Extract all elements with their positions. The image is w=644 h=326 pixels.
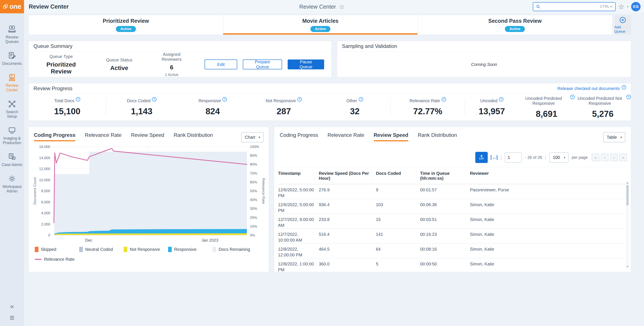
sidebar-item-workspace-admin[interactable]: Workspace Admin (1, 174, 24, 193)
help-icon[interactable]: ? (622, 85, 626, 90)
search-shortcut-hint: CTRL+/ (600, 5, 613, 9)
tab-relevance-rate[interactable]: Relevance Rate (328, 132, 364, 141)
page-number-input[interactable] (505, 152, 522, 163)
queue-tab-strip: Prioritized Review Active Movie Articles… (28, 15, 631, 35)
logo-text: one (10, 3, 21, 11)
help-icon[interactable]: ? (222, 97, 227, 102)
menu-icon[interactable]: ≡ (10, 313, 14, 322)
column-header-reviewer[interactable]: Reviewer (470, 171, 623, 181)
chart-view-select[interactable]: Chart ▾ (241, 132, 264, 142)
pause-queue-button[interactable]: Pause Queue (288, 60, 324, 69)
table-row[interactable]: 12/6/2022, 5:00:00 PM 276.9 9 00:01:57 P… (278, 184, 627, 199)
main-content: Prioritized Review Active Movie Articles… (28, 15, 631, 272)
tab-review-speed[interactable]: Review Speed (374, 132, 408, 141)
sidebar-item-case-admin[interactable]: Case Admin (1, 152, 24, 167)
next-page-button[interactable]: › (610, 154, 618, 161)
tab-coding-progress[interactable]: Coding Progress (34, 132, 75, 141)
field-value: 6 (152, 64, 191, 71)
page-size-select[interactable]: 100 ▾ (549, 152, 569, 163)
column-header-time-in-queue[interactable]: Time in Queue (hh:mm:ss) (420, 171, 466, 181)
table-row[interactable]: 12/8/2022, 1:00:00 PM 360.0 5 00:00:50 S… (278, 258, 627, 272)
sidebar-item-review-center[interactable]: Review Center (1, 73, 24, 92)
avatar[interactable]: KS (631, 2, 640, 11)
tab-relevance-rate[interactable]: Relevance Rate (85, 132, 122, 141)
last-page-button[interactable]: » (619, 154, 627, 161)
help-icon[interactable]: ? (570, 95, 575, 99)
tab-rank-distribution[interactable]: Rank Distribution (174, 132, 213, 141)
svg-text:70%: 70% (250, 171, 257, 175)
chart-panel-tabs: Coding Progress Relevance Rate Review Sp… (32, 127, 265, 142)
add-queue-button[interactable]: Add Queue (614, 15, 631, 35)
table-pagination: ↔ | - 26 of 26 | 100 ▾ per page « ‹ › » (278, 152, 627, 167)
stat-other: Other? 32 (319, 98, 391, 116)
sidebar-item-imaging-production[interactable]: Imaging & Production (1, 126, 24, 145)
chevron-down-icon[interactable]: ▾ (627, 5, 628, 9)
table-view-select[interactable]: Table ▾ (603, 132, 625, 142)
edit-button[interactable]: Edit (204, 60, 237, 69)
column-header-review-speed[interactable]: Review Speed (Docs Per Hour) (319, 171, 372, 181)
field-label: Queue Type (36, 54, 86, 59)
table-row[interactable]: 12/7/2022, 9:00:00 AM 233.8 15 00:03:51 … (278, 214, 627, 229)
tab-review-speed[interactable]: Review Speed (131, 132, 164, 141)
prev-page-button[interactable]: ‹ (601, 154, 608, 161)
column-header-docs-coded[interactable]: Docs Coded (376, 171, 416, 181)
table-row[interactable]: 12/6/2022, 5:00:00 PM 936.4 103 00:06:36… (278, 199, 627, 214)
relativity-one-logo[interactable]: one (0, 0, 24, 13)
sidebar-item-documents[interactable]: Documents (1, 51, 24, 66)
queue-tab-second-pass-review[interactable]: Second Pass Review Active (418, 15, 612, 35)
svg-text:20%: 20% (250, 216, 257, 220)
scroll-up-icon[interactable]: ▲ (626, 181, 629, 184)
favorites-icon[interactable]: ☆ (618, 3, 624, 10)
sidebar-footer: « ≡ (10, 302, 14, 322)
help-icon[interactable]: ? (442, 97, 446, 102)
export-button[interactable] (475, 152, 488, 163)
legend-item-docs-remaining[interactable]: Docs Remaining (212, 247, 257, 252)
review-speed-table-panel: Coding Progress Relevance Rate Review Sp… (274, 127, 631, 272)
legend-item-skipped[interactable]: Skipped (35, 247, 79, 252)
scroll-down-icon[interactable]: ▼ (626, 265, 629, 268)
summary-row: Queue Summary Queue Type Prioritized Rev… (28, 41, 631, 77)
tab-coding-progress[interactable]: Coding Progress (280, 132, 318, 141)
help-icon[interactable]: ? (359, 97, 363, 102)
tab-rank-distribution[interactable]: Rank Distribution (418, 132, 457, 141)
search-input[interactable] (543, 4, 598, 10)
scrollbar-thumb[interactable] (626, 185, 628, 205)
sidebar-item-label: Review Queues (1, 35, 24, 44)
table-row[interactable]: 12/8/2022, 12:00:00 PM 464.5 64 00:08:16… (278, 243, 627, 258)
field-value: Prioritized Review (36, 61, 86, 75)
legend-item-neutral-coded[interactable]: Neutral Coded (79, 247, 124, 252)
queue-tab-prioritized-review[interactable]: Prioritized Review Active (29, 15, 223, 35)
stat-uncoded-predicted-not-responsive: Uncoded Predicted Not Responsive? 5,276 (575, 96, 631, 119)
help-icon[interactable]: ? (76, 97, 80, 102)
prepare-queue-button[interactable]: Prepare Queue (243, 60, 282, 69)
queue-tab-movie-articles[interactable]: Movie Articles Active (223, 15, 418, 35)
sidebar-item-review-queues[interactable]: Review Queues (1, 25, 24, 44)
queue-type-field: Queue Type Prioritized Review (36, 54, 86, 75)
release-documents-link[interactable]: Release checked out documents ? (558, 86, 626, 91)
sidebar-item-search-setup[interactable]: Search Setup (1, 100, 24, 119)
legend-item-relevance-rate[interactable]: Relevance Rate (35, 257, 126, 262)
help-icon[interactable]: ? (152, 97, 156, 102)
assigned-reviewers-field: Assigned Reviewers 6 1 Active (152, 52, 191, 77)
legend-swatch (79, 247, 83, 252)
first-page-button[interactable]: « (592, 154, 599, 161)
favorite-star-icon[interactable]: ☆ (339, 3, 345, 11)
legend-item-responsive[interactable]: Responsive (168, 247, 212, 252)
svg-text:14,000: 14,000 (39, 156, 50, 160)
queue-tabs: Prioritized Review Active Movie Articles… (28, 15, 612, 35)
stat-value: 15,100 (29, 107, 106, 116)
coding-progress-chart[interactable]: 02,0004,0006,0008,00010,00012,00014,0001… (32, 144, 265, 244)
collapse-sidebar-icon[interactable]: « (10, 302, 14, 310)
column-width-icon[interactable]: ↔ (491, 155, 498, 160)
help-icon[interactable]: ? (499, 97, 504, 102)
help-icon[interactable]: ? (297, 97, 302, 102)
column-header-timestamp[interactable]: Timestamp (278, 171, 315, 181)
legend-item-not-responsive[interactable]: Not Responsive (124, 247, 168, 252)
case-admin-icon (8, 152, 16, 161)
svg-text:8,000: 8,000 (41, 189, 50, 193)
global-search[interactable]: CTRL+/ (533, 2, 616, 11)
dropdown-arrow-icon: ▾ (259, 136, 260, 139)
table-scrollbar[interactable]: ▲ ▼ (626, 181, 629, 268)
table-row[interactable]: 12/7/2022, 10:00:00 AM 516.4 141 00:16:2… (278, 229, 627, 243)
help-icon[interactable]: ? (626, 95, 631, 99)
